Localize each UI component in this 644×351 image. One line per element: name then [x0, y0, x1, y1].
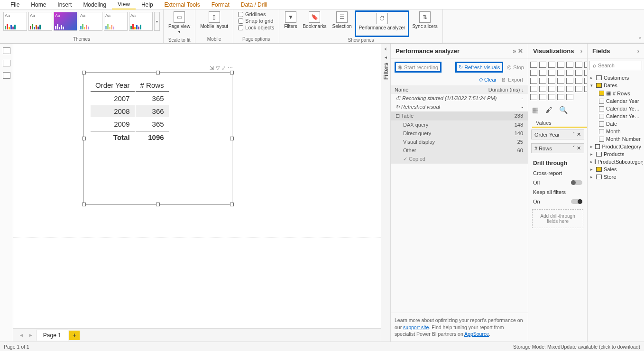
search-icon: ⌕ [593, 62, 596, 69]
perf-close-icon[interactable]: ✕ [518, 47, 523, 55]
fields-search[interactable]: ⌕ [589, 61, 642, 70]
table-store[interactable]: ▸Store [589, 173, 643, 181]
menu-help[interactable]: Help [136, 0, 159, 9]
search-input[interactable] [598, 63, 639, 68]
model-view-icon[interactable] [3, 72, 10, 79]
menu-data-drill[interactable]: Data / Drill [235, 0, 273, 9]
menu-home[interactable]: Home [25, 0, 52, 9]
viz-fields-tab[interactable]: ▦ [532, 106, 539, 114]
sync-slicers-button[interactable]: ⇅Sync slicers [409, 10, 440, 37]
cross-report-toggle[interactable] [571, 180, 582, 185]
col-rows[interactable]: # Rows [136, 79, 169, 92]
menu-bar: File Home Insert Modeling View Help Exte… [0, 0, 644, 9]
refresh-visuals-button[interactable]: ↻ Refresh visuals [455, 62, 503, 73]
report-canvas[interactable]: ⇲ ▽ ⤢ ⋯ Order Year # Rows 2007365 200836… [13, 44, 381, 328]
field-date[interactable]: Date [589, 120, 643, 128]
viz-format-tab[interactable]: 🖌 [545, 106, 552, 114]
view-switcher [0, 44, 13, 342]
bookmarks-pane-button[interactable]: 🔖Bookmarks [300, 10, 329, 37]
menu-file[interactable]: File [5, 0, 25, 9]
expand-filters-icon[interactable]: < [385, 46, 387, 52]
table-sales[interactable]: ▸Sales [589, 166, 643, 173]
ribbon: Aa Aa Aa Aa Aa Aa ▾ Themes ▭Page view▾ S… [0, 9, 644, 44]
col-order-year[interactable]: Order Year [91, 79, 135, 92]
mobile-layout-button[interactable]: ▯Mobile layout [197, 10, 231, 36]
field-calendar-year-m[interactable]: Calendar Year M... [589, 105, 643, 112]
ribbon-collapse-icon[interactable]: ^ [636, 36, 644, 43]
perf-row-dax: DAX query148 [391, 120, 528, 129]
field-well-order-year[interactable]: Order Year˅ ✕ [531, 129, 584, 139]
scale-label: Scale to fit [168, 37, 191, 43]
filters-label: Filters [383, 63, 389, 80]
perf-row-copied: ✓ Copied [391, 155, 528, 164]
field-month[interactable]: Month [589, 128, 643, 135]
perf-col-name: Name [395, 87, 408, 92]
data-view-icon[interactable] [3, 60, 10, 66]
keep-filters-toggle[interactable] [571, 199, 582, 204]
filters-pane-button[interactable]: ▼Filters [281, 10, 300, 37]
selection-pane-button[interactable]: ☰Selection [329, 10, 354, 37]
values-label: Values [532, 117, 587, 128]
lock-checkbox[interactable]: Lock objects [238, 25, 274, 30]
table-products[interactable]: ▸Products [589, 150, 643, 158]
perf-col-duration[interactable]: Duration (ms) [488, 87, 520, 92]
visual-focus-icon[interactable]: ⤢ [221, 65, 226, 71]
fields-collapse-icon[interactable]: › [637, 47, 639, 55]
snap-checkbox[interactable]: Snap to grid [238, 18, 274, 24]
page-view-button[interactable]: ▭Page view▾ [166, 10, 193, 37]
field-calendar-year-n[interactable]: Calendar Year N... [589, 112, 643, 120]
export-button[interactable]: 🗎 Export [501, 76, 523, 83]
page-next[interactable]: ► [27, 333, 35, 338]
field-well-rows[interactable]: # Rows˅ ✕ [531, 143, 584, 153]
stop-button[interactable]: ◎ Stop [507, 64, 524, 70]
page-tab-1[interactable]: Page 1 [36, 330, 68, 341]
table-productsubcategory[interactable]: ▸ProductSubcategory [589, 158, 643, 166]
field-calendar-year[interactable]: Calendar Year [589, 97, 643, 105]
data-table: Order Year # Rows 2007365 2008366 200936… [90, 78, 170, 144]
menu-insert[interactable]: Insert [52, 0, 77, 9]
field-tree: ▸Customers ▾Dates ▦# Rows Calendar Year … [588, 72, 644, 342]
visualizations-pane: Visualizations› ▦ 🖌 🔍 Values Order Year˅… [528, 44, 587, 342]
theme-gallery[interactable]: Aa Aa Aa Aa Aa Aa ▾ [2, 10, 161, 32]
performance-analyzer-pane: Performance analyzer » ✕ ◉ Start recordi… [390, 44, 528, 342]
table-customers[interactable]: ▸Customers [589, 74, 643, 82]
gridlines-checkbox[interactable]: Gridlines [238, 11, 274, 17]
menu-view[interactable]: View [112, 0, 136, 9]
filters-arrow-icon: ◂ [385, 55, 387, 60]
viz-collapse-icon[interactable]: › [580, 47, 582, 55]
menu-format[interactable]: Format [206, 0, 235, 9]
field-month-number[interactable]: Month Number [589, 135, 643, 143]
viz-analytics-tab[interactable]: 🔍 [559, 106, 568, 114]
storage-mode-indicator[interactable]: Storage Mode: MixedUpdate available (cli… [513, 344, 640, 350]
perf-row-table[interactable]: ⊟ Table233 [391, 111, 528, 120]
support-site-link[interactable]: support site [403, 324, 429, 330]
theme-dropdown[interactable]: ▾ [154, 12, 160, 31]
filters-pane-collapsed[interactable]: < ◂ Filters [381, 44, 390, 342]
performance-analyzer-button[interactable]: ⏱Performance analyzer [355, 10, 410, 37]
perf-row-visual-display: Visual display25 [391, 138, 528, 146]
menu-modeling[interactable]: Modeling [77, 0, 112, 9]
table-visual[interactable]: ⇲ ▽ ⤢ ⋯ Order Year # Rows 2007365 200836… [83, 72, 232, 205]
clear-button[interactable]: ◇ Clear [479, 76, 497, 83]
visual-filter-icon[interactable]: ▽ [216, 65, 220, 71]
perf-collapse-icon[interactable]: » [513, 47, 516, 55]
perf-row-refreshed: ↻ Refreshed visual- [391, 102, 528, 111]
menu-external-tools[interactable]: External Tools [159, 0, 206, 9]
field-rows[interactable]: ▦# Rows [589, 89, 643, 97]
page-tabs: ◄ ► Page 1 + [13, 328, 381, 342]
add-page-button[interactable]: + [69, 331, 80, 340]
fields-title: Fields [592, 47, 610, 55]
page-prev[interactable]: ◄ [17, 333, 26, 338]
table-dates[interactable]: ▾Dates [589, 82, 643, 89]
viz-title: Visualizations [533, 47, 574, 55]
visual-drill-icon[interactable]: ⇲ [210, 65, 214, 71]
fields-pane: Fields› ⌕ ▸Customers ▾Dates ▦# Rows Cale… [587, 44, 644, 342]
visualization-gallery[interactable] [528, 59, 587, 103]
drill-through-label: Drill through [528, 155, 587, 168]
start-recording-button[interactable]: ◉ Start recording [395, 62, 442, 73]
appsource-link[interactable]: AppSource [464, 331, 489, 337]
show-panes-label: Show panes [348, 37, 374, 43]
table-productcategory[interactable]: ▸ProductCategory [589, 143, 643, 150]
report-view-icon[interactable] [3, 47, 10, 54]
drill-through-drop[interactable]: Add drill-through fields here [532, 209, 583, 228]
